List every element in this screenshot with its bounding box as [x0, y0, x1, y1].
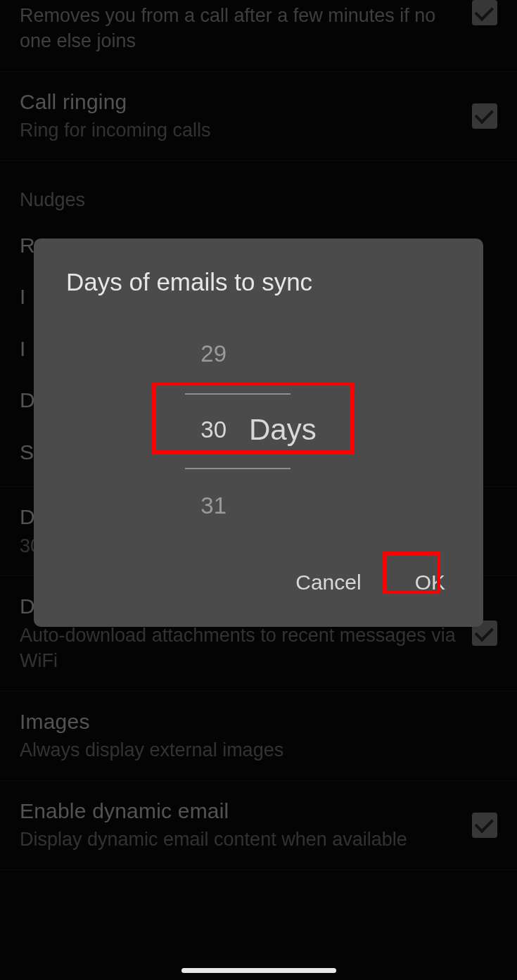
dialog-title: Days of emails to sync	[34, 238, 483, 310]
picker-value-next[interactable]: 31	[200, 492, 226, 520]
dialog-days-to-sync: Days of emails to sync 29 30 31 Days Can…	[34, 238, 483, 627]
picker-column[interactable]: 29 30 31	[200, 340, 226, 520]
number-picker[interactable]: 29 30 31 Days	[34, 310, 483, 549]
cancel-button[interactable]: Cancel	[290, 566, 366, 599]
dialog-actions: Cancel OK	[34, 549, 483, 620]
picker-value-prev[interactable]: 29	[200, 340, 226, 368]
picker-value-selected[interactable]: 30	[200, 416, 226, 444]
ok-button[interactable]: OK	[409, 566, 451, 599]
home-indicator[interactable]	[181, 968, 336, 973]
picker-unit-label: Days	[249, 413, 317, 447]
